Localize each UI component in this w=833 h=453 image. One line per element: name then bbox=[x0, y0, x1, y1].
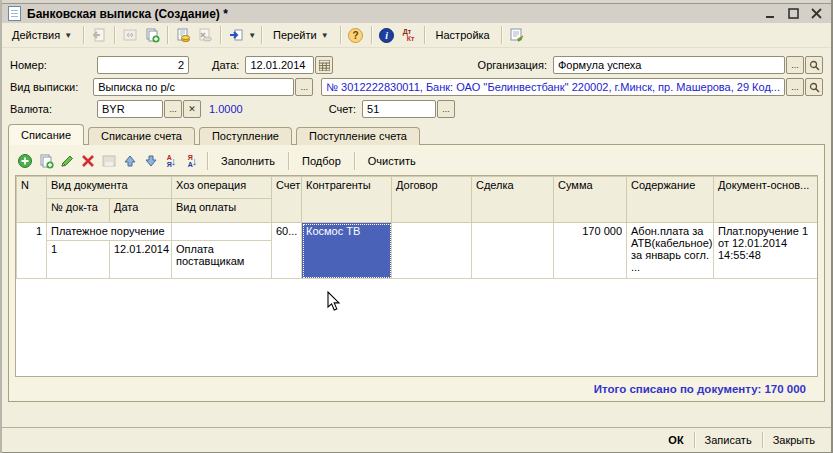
column-header-content: Содержание bbox=[627, 177, 714, 223]
separator bbox=[354, 152, 355, 170]
currency-rate: 1.0000 bbox=[209, 103, 243, 115]
cell-n[interactable]: 1 bbox=[17, 223, 47, 279]
ellipsis-button[interactable]: ... bbox=[164, 100, 182, 118]
copy-row-icon[interactable] bbox=[36, 152, 55, 171]
move-up-icon[interactable] bbox=[120, 152, 139, 171]
bank-statement-window: Банковская выписка (Создание) * Действия… bbox=[0, 0, 833, 453]
separator bbox=[288, 152, 289, 170]
magnifier-icon[interactable] bbox=[805, 56, 823, 74]
column-header-deal: Сделка bbox=[472, 177, 554, 223]
organization-input[interactable]: Формула успеха bbox=[553, 56, 785, 74]
help-icon[interactable]: ? bbox=[346, 25, 366, 45]
account-input[interactable]: 51 bbox=[362, 100, 436, 118]
close-icon[interactable] bbox=[810, 7, 823, 20]
move-down-icon[interactable] bbox=[141, 152, 160, 171]
ellipsis-button[interactable]: ... bbox=[786, 78, 804, 96]
refresh-icon[interactable] bbox=[120, 25, 140, 45]
document-header-form: Номер: 2 Дата: 12.01.2014 Организация: Ф… bbox=[2, 48, 831, 122]
column-header-operation: Хоз операция bbox=[172, 177, 272, 199]
add-row-icon[interactable] bbox=[15, 152, 34, 171]
main-toolbar: Действия▼ ▼ Перейти▼ ? i bbox=[2, 23, 831, 48]
grid-footer: Итого списано по документу: 170 000 bbox=[15, 377, 818, 401]
tab-spisanie-scheta[interactable]: Списание счета bbox=[88, 127, 195, 145]
edit-row-icon[interactable] bbox=[57, 152, 76, 171]
separator bbox=[340, 26, 341, 44]
cell-amount[interactable]: 170 000 bbox=[554, 223, 627, 279]
chevron-down-icon[interactable]: ▼ bbox=[248, 31, 256, 40]
end-edit-icon[interactable] bbox=[99, 152, 118, 171]
unpost-document-icon[interactable] bbox=[195, 25, 215, 45]
maximize-icon[interactable] bbox=[787, 7, 800, 20]
sort-asc-icon[interactable]: АЯ↓ bbox=[162, 152, 181, 171]
copy-icon[interactable] bbox=[142, 25, 162, 45]
ok-button[interactable]: ОК bbox=[658, 432, 693, 448]
cell-contract[interactable] bbox=[392, 223, 472, 279]
column-header-n: N bbox=[17, 177, 47, 223]
document-icon bbox=[8, 6, 21, 21]
cell-deal[interactable] bbox=[472, 223, 554, 279]
grid-toolbar: АЯ↓ ЯА↓ Заполнить Подбор Очистить bbox=[15, 149, 818, 173]
cell-account[interactable]: 60... bbox=[272, 223, 302, 279]
bank-account-input[interactable]: № 3012222830011, Банк: ОАО ''Белинвестба… bbox=[321, 78, 785, 96]
statement-type-input[interactable]: Выписка по р/с bbox=[93, 78, 294, 96]
column-header-amount: Сумма bbox=[554, 177, 627, 223]
save-icon[interactable] bbox=[89, 25, 109, 45]
separator bbox=[220, 26, 221, 44]
separator bbox=[424, 26, 425, 44]
title-bar: Банковская выписка (Создание) * bbox=[2, 4, 831, 23]
list-settings-icon[interactable] bbox=[507, 25, 527, 45]
column-header-payment-type: Вид оплаты bbox=[172, 199, 272, 223]
tab-postuplenie-scheta[interactable]: Поступление счета bbox=[296, 127, 420, 145]
cell-operation[interactable] bbox=[172, 223, 272, 241]
magnifier-icon[interactable] bbox=[805, 78, 823, 96]
pick-button[interactable]: Подбор bbox=[294, 153, 349, 169]
fill-button[interactable]: Заполнить bbox=[213, 153, 283, 169]
actions-button[interactable]: Действия▼ bbox=[6, 27, 78, 43]
delete-row-icon[interactable] bbox=[78, 152, 97, 171]
cell-doc-date[interactable]: 12.01.2014 bbox=[110, 241, 172, 279]
settings-button[interactable]: Настройка bbox=[430, 27, 496, 43]
column-header-counterparty: Контрагенты bbox=[302, 177, 392, 223]
number-label: Номер: bbox=[10, 59, 97, 71]
cell-content[interactable]: Абон.плата за АТВ(кабельное) за январь с… bbox=[627, 223, 714, 279]
post-document-icon[interactable] bbox=[173, 25, 193, 45]
dtkt-postings-icon[interactable]: ДтКт bbox=[399, 25, 419, 45]
number-input[interactable]: 2 bbox=[97, 56, 189, 74]
cell-payment-type[interactable]: Оплата поставщикам bbox=[172, 241, 272, 279]
statement-type-label: Вид выписки: bbox=[10, 81, 93, 93]
cell-counterparty[interactable]: Космос ТВ bbox=[302, 223, 392, 279]
bottom-button-bar: ОК Записать Закрыть bbox=[2, 427, 831, 452]
calendar-icon[interactable] bbox=[315, 56, 333, 74]
currency-label: Валюта: bbox=[10, 103, 97, 115]
write-button[interactable]: Записать bbox=[695, 432, 762, 448]
date-input[interactable]: 12.01.2014 bbox=[245, 56, 314, 74]
separator bbox=[83, 26, 84, 44]
organization-label: Организация: bbox=[478, 59, 547, 71]
date-label: Дата: bbox=[212, 59, 239, 71]
close-button[interactable]: Закрыть bbox=[763, 432, 825, 448]
info-icon[interactable]: i bbox=[377, 25, 397, 45]
cell-base-document[interactable]: Плат.поручение 1 от 12.01.2014 14:55:48 bbox=[714, 223, 819, 279]
column-header-doc-num: № док-та bbox=[47, 199, 110, 223]
column-header-contract: Договор bbox=[392, 177, 472, 223]
separator bbox=[167, 26, 168, 44]
table-row: 1 Платежное поручение 60... Космос ТВ 17… bbox=[17, 223, 819, 241]
minimize-icon[interactable] bbox=[764, 7, 777, 20]
tab-panel-spisanie: АЯ↓ ЯА↓ Заполнить Подбор Очистить bbox=[8, 144, 825, 402]
clear-button[interactable]: Очистить bbox=[360, 153, 424, 169]
window-title: Банковская выписка (Создание) * bbox=[27, 7, 228, 21]
cell-doc-num[interactable]: 1 bbox=[47, 241, 110, 279]
sort-desc-icon[interactable]: ЯА↓ bbox=[183, 152, 202, 171]
ellipsis-button[interactable]: ... bbox=[295, 78, 313, 96]
ellipsis-button[interactable]: ... bbox=[786, 56, 804, 74]
window-body-gap bbox=[2, 402, 831, 427]
currency-input[interactable]: BYR bbox=[97, 100, 163, 118]
column-header-doc-type: Вид документа bbox=[47, 177, 172, 199]
cell-doc-type[interactable]: Платежное поручение bbox=[47, 223, 172, 241]
output-icon[interactable] bbox=[226, 25, 246, 45]
goto-button[interactable]: Перейти▼ bbox=[267, 27, 335, 43]
ellipsis-button[interactable]: ... bbox=[437, 100, 455, 118]
tab-spisanie[interactable]: Списание bbox=[8, 124, 84, 145]
tab-postuplenie[interactable]: Поступление bbox=[199, 127, 292, 145]
clear-icon[interactable]: ✕ bbox=[183, 100, 201, 118]
